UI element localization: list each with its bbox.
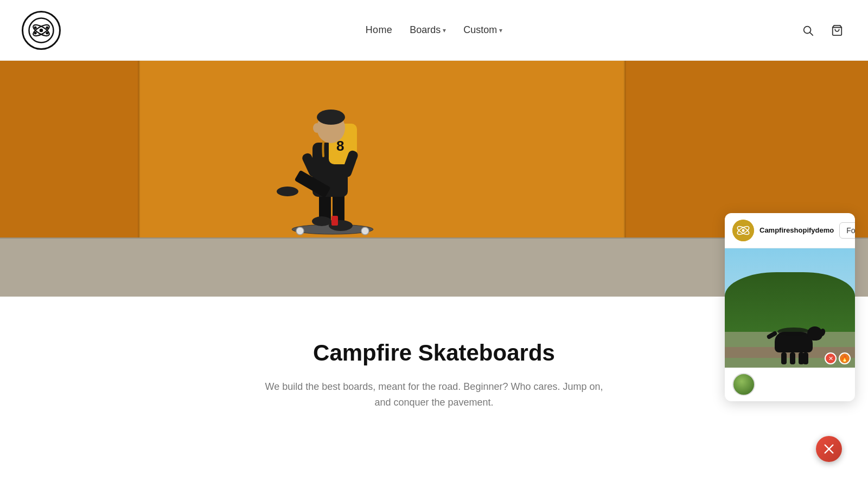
avatar-icon (732, 220, 754, 241)
widget-avatar (732, 220, 754, 241)
svg-point-24 (317, 110, 345, 125)
main-nav: Home Boards ▾ Custom ▾ (366, 24, 503, 36)
page-subtitle: We build the best boards, meant for the … (260, 379, 608, 410)
widget-reactions: ✕ 🔥 (825, 352, 851, 364)
wall-left (0, 61, 139, 237)
wall-line-v1 (139, 61, 140, 237)
svg-point-32 (742, 229, 745, 232)
skater-svg: 8 (248, 61, 411, 243)
widget-username: Campfireshopifydemo (760, 226, 834, 235)
widget-bottom-avatar (732, 373, 755, 396)
wall-line-v2 (624, 61, 625, 237)
cart-icon (831, 24, 843, 36)
media-trees (725, 272, 855, 332)
widget-header: Campfireshopifydemo Follow (725, 213, 855, 248)
search-icon (802, 24, 814, 36)
reaction-flame-icon: 🔥 (839, 352, 851, 364)
nav-boards-label: Boards (410, 24, 441, 36)
social-widget: Campfireshopifydemo Follow (725, 213, 855, 401)
svg-point-13 (361, 227, 369, 235)
logo[interactable] (22, 11, 61, 50)
svg-point-7 (46, 31, 48, 34)
page-title: Campfire Skateboards (22, 340, 846, 366)
svg-point-12 (296, 227, 304, 235)
nav-custom-label: Custom (463, 24, 497, 36)
svg-point-17 (312, 216, 331, 226)
nav-custom-dropdown[interactable]: Custom ▾ (463, 24, 502, 36)
header-actions (799, 21, 846, 40)
search-button[interactable] (799, 21, 817, 40)
svg-point-5 (46, 26, 48, 29)
reaction-x-icon: ✕ (825, 352, 837, 364)
svg-point-25 (313, 123, 321, 133)
cart-button[interactable] (828, 21, 846, 40)
svg-point-27 (277, 187, 298, 196)
svg-line-9 (810, 33, 813, 35)
dog-shape (775, 332, 813, 352)
svg-rect-28 (331, 216, 338, 226)
svg-point-4 (34, 26, 37, 29)
nav-home[interactable]: Home (366, 24, 392, 36)
svg-point-6 (34, 31, 37, 34)
widget-media: ✕ 🔥 (725, 248, 855, 368)
follow-button[interactable]: Follow (839, 222, 855, 239)
widget-bottom (725, 368, 855, 401)
wall-right (625, 61, 868, 237)
svg-point-3 (40, 28, 43, 32)
custom-chevron-icon: ▾ (499, 27, 502, 34)
nav-boards-dropdown[interactable]: Boards ▾ (410, 24, 446, 36)
boards-chevron-icon: ▾ (443, 27, 446, 34)
site-header: Home Boards ▾ Custom ▾ (0, 0, 868, 61)
skater-figure: 8 (248, 61, 411, 245)
